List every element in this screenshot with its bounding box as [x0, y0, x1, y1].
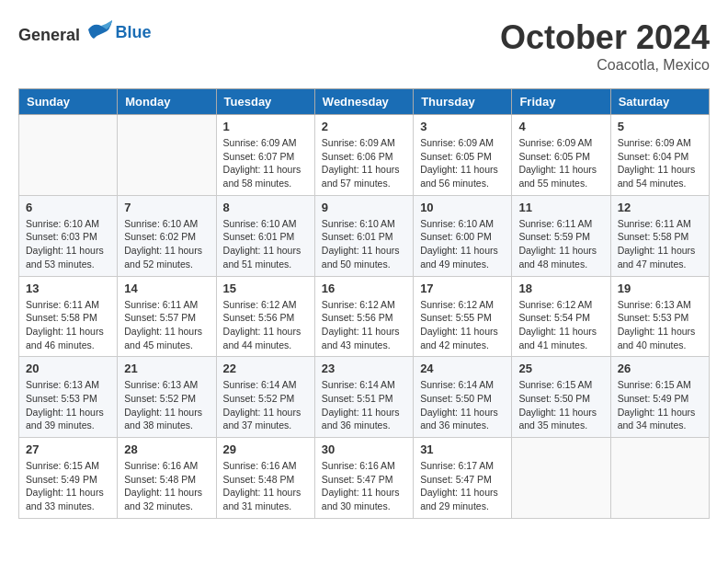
day-info: Sunrise: 6:09 AM Sunset: 6:05 PM Dayligh… [420, 136, 505, 190]
table-row [19, 115, 118, 196]
table-row: 8Sunrise: 6:10 AM Sunset: 6:01 PM Daylig… [216, 195, 314, 276]
day-info: Sunrise: 6:10 AM Sunset: 6:03 PM Dayligh… [26, 217, 110, 271]
day-number: 11 [518, 201, 603, 214]
header-monday: Monday [118, 89, 216, 115]
logo-blue: Blue [116, 23, 152, 41]
day-number: 6 [26, 201, 110, 214]
day-info: Sunrise: 6:10 AM Sunset: 6:01 PM Dayligh… [322, 217, 406, 271]
day-info: Sunrise: 6:09 AM Sunset: 6:07 PM Dayligh… [223, 136, 308, 190]
day-info: Sunrise: 6:13 AM Sunset: 5:53 PM Dayligh… [618, 298, 702, 352]
table-row: 29Sunrise: 6:16 AM Sunset: 5:48 PM Dayli… [216, 438, 314, 519]
day-number: 24 [420, 362, 505, 375]
day-number: 2 [322, 120, 406, 133]
day-info: Sunrise: 6:12 AM Sunset: 5:56 PM Dayligh… [223, 298, 308, 352]
table-row: 4Sunrise: 6:09 AM Sunset: 6:05 PM Daylig… [512, 115, 610, 196]
day-info: Sunrise: 6:13 AM Sunset: 5:52 PM Dayligh… [124, 378, 209, 432]
logo-bird-icon [86, 18, 114, 40]
day-number: 23 [322, 362, 406, 375]
table-row: 9Sunrise: 6:10 AM Sunset: 6:01 PM Daylig… [314, 195, 413, 276]
table-row: 22Sunrise: 6:14 AM Sunset: 5:52 PM Dayli… [216, 357, 314, 438]
day-number: 21 [124, 362, 209, 375]
table-row [512, 438, 610, 519]
day-number: 14 [124, 282, 209, 295]
day-info: Sunrise: 6:10 AM Sunset: 6:02 PM Dayligh… [124, 217, 209, 271]
header-row: Sunday Monday Tuesday Wednesday Thursday… [19, 89, 710, 115]
day-info: Sunrise: 6:11 AM Sunset: 5:59 PM Dayligh… [518, 217, 603, 271]
day-info: Sunrise: 6:16 AM Sunset: 5:48 PM Dayligh… [223, 459, 308, 513]
table-row: 19Sunrise: 6:13 AM Sunset: 5:53 PM Dayli… [610, 276, 709, 357]
table-row: 27Sunrise: 6:15 AM Sunset: 5:49 PM Dayli… [19, 438, 118, 519]
table-row: 16Sunrise: 6:12 AM Sunset: 5:56 PM Dayli… [314, 276, 413, 357]
day-info: Sunrise: 6:09 AM Sunset: 6:06 PM Dayligh… [322, 136, 406, 190]
header-friday: Friday [512, 89, 610, 115]
table-row: 31Sunrise: 6:17 AM Sunset: 5:47 PM Dayli… [414, 438, 512, 519]
day-info: Sunrise: 6:11 AM Sunset: 5:58 PM Dayligh… [618, 217, 702, 271]
day-number: 13 [26, 282, 110, 295]
table-row: 23Sunrise: 6:14 AM Sunset: 5:51 PM Dayli… [314, 357, 413, 438]
day-number: 27 [26, 442, 110, 456]
table-row [610, 438, 709, 519]
day-info: Sunrise: 6:12 AM Sunset: 5:54 PM Dayligh… [518, 298, 603, 352]
table-row: 18Sunrise: 6:12 AM Sunset: 5:54 PM Dayli… [512, 276, 610, 357]
day-info: Sunrise: 6:11 AM Sunset: 5:58 PM Dayligh… [26, 298, 110, 352]
calendar-table: Sunday Monday Tuesday Wednesday Thursday… [18, 88, 710, 519]
calendar-body: 1Sunrise: 6:09 AM Sunset: 6:07 PM Daylig… [19, 115, 710, 519]
table-row: 13Sunrise: 6:11 AM Sunset: 5:58 PM Dayli… [19, 276, 118, 357]
page-header: General Blue October 2024 Coacotla, Mexi… [18, 18, 710, 74]
day-number: 26 [618, 362, 702, 375]
location-subtitle: Coacotla, Mexico [500, 57, 710, 74]
table-row: 5Sunrise: 6:09 AM Sunset: 6:04 PM Daylig… [610, 115, 709, 196]
day-number: 25 [518, 362, 603, 375]
day-number: 1 [223, 120, 308, 133]
header-sunday: Sunday [19, 89, 118, 115]
header-saturday: Saturday [610, 89, 709, 115]
day-info: Sunrise: 6:09 AM Sunset: 6:05 PM Dayligh… [518, 136, 603, 190]
day-info: Sunrise: 6:16 AM Sunset: 5:47 PM Dayligh… [322, 459, 406, 513]
day-number: 30 [322, 442, 406, 456]
day-number: 3 [420, 120, 505, 133]
day-info: Sunrise: 6:13 AM Sunset: 5:53 PM Dayligh… [26, 378, 110, 432]
day-info: Sunrise: 6:09 AM Sunset: 6:04 PM Dayligh… [618, 136, 702, 190]
day-info: Sunrise: 6:14 AM Sunset: 5:52 PM Dayligh… [223, 378, 308, 432]
logo-general: General [18, 26, 80, 44]
day-number: 4 [518, 120, 603, 133]
table-row [118, 115, 216, 196]
calendar-header: Sunday Monday Tuesday Wednesday Thursday… [19, 89, 710, 115]
day-info: Sunrise: 6:11 AM Sunset: 5:57 PM Dayligh… [124, 298, 209, 352]
day-info: Sunrise: 6:14 AM Sunset: 5:50 PM Dayligh… [420, 378, 505, 432]
table-row: 7Sunrise: 6:10 AM Sunset: 6:02 PM Daylig… [118, 195, 216, 276]
day-number: 15 [223, 282, 308, 295]
day-info: Sunrise: 6:10 AM Sunset: 6:01 PM Dayligh… [223, 217, 308, 271]
day-number: 28 [124, 442, 209, 456]
table-row: 21Sunrise: 6:13 AM Sunset: 5:52 PM Dayli… [118, 357, 216, 438]
day-number: 9 [322, 201, 406, 214]
table-row: 20Sunrise: 6:13 AM Sunset: 5:53 PM Dayli… [19, 357, 118, 438]
day-number: 10 [420, 201, 505, 214]
day-info: Sunrise: 6:10 AM Sunset: 6:00 PM Dayligh… [420, 217, 505, 271]
day-info: Sunrise: 6:12 AM Sunset: 5:56 PM Dayligh… [322, 298, 406, 352]
day-number: 19 [618, 282, 702, 295]
day-info: Sunrise: 6:15 AM Sunset: 5:50 PM Dayligh… [518, 378, 603, 432]
day-number: 22 [223, 362, 308, 375]
header-wednesday: Wednesday [314, 89, 413, 115]
table-row: 17Sunrise: 6:12 AM Sunset: 5:55 PM Dayli… [414, 276, 512, 357]
day-number: 7 [124, 201, 209, 214]
logo: General Blue [18, 18, 152, 45]
table-row: 6Sunrise: 6:10 AM Sunset: 6:03 PM Daylig… [19, 195, 118, 276]
header-thursday: Thursday [414, 89, 512, 115]
table-row: 15Sunrise: 6:12 AM Sunset: 5:56 PM Dayli… [216, 276, 314, 357]
table-row: 3Sunrise: 6:09 AM Sunset: 6:05 PM Daylig… [414, 115, 512, 196]
table-row: 1Sunrise: 6:09 AM Sunset: 6:07 PM Daylig… [216, 115, 314, 196]
day-number: 20 [26, 362, 110, 375]
month-title: October 2024 [500, 18, 710, 57]
day-number: 17 [420, 282, 505, 295]
table-row: 28Sunrise: 6:16 AM Sunset: 5:48 PM Dayli… [118, 438, 216, 519]
day-number: 5 [618, 120, 702, 133]
day-number: 18 [518, 282, 603, 295]
title-area: October 2024 Coacotla, Mexico [500, 18, 710, 74]
table-row: 14Sunrise: 6:11 AM Sunset: 5:57 PM Dayli… [118, 276, 216, 357]
day-info: Sunrise: 6:14 AM Sunset: 5:51 PM Dayligh… [322, 378, 406, 432]
day-info: Sunrise: 6:15 AM Sunset: 5:49 PM Dayligh… [618, 378, 702, 432]
table-row: 26Sunrise: 6:15 AM Sunset: 5:49 PM Dayli… [610, 357, 709, 438]
table-row: 10Sunrise: 6:10 AM Sunset: 6:00 PM Dayli… [414, 195, 512, 276]
